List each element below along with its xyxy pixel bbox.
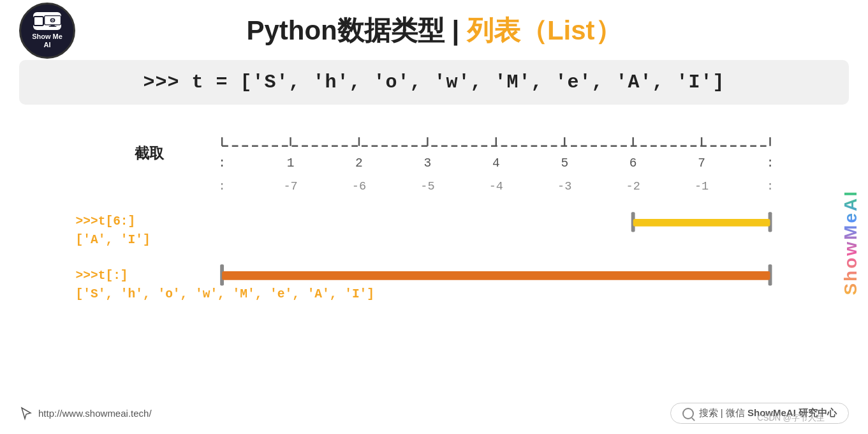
svg-text:>>>t[:]: >>>t[:] (76, 269, 128, 283)
logo: Show MeAI (19, 3, 75, 59)
svg-text:7: 7 (698, 156, 705, 170)
footer: http://www.showmeai.tech/ 搜索 | 微信 ShowMe… (19, 403, 849, 424)
svg-text:2: 2 (355, 156, 363, 170)
watermark: ShowMeAI (833, 51, 868, 434)
watermark-text: ShowMeAI (841, 190, 861, 296)
diagram-area: 截取 : 1 2 3 4 5 6 7 : (19, 117, 849, 322)
svg-text:['A', 'I']: ['A', 'I'] (76, 233, 151, 247)
svg-text::: : (218, 156, 226, 170)
diagram-svg: 截取 : 1 2 3 4 5 6 7 : (38, 117, 811, 322)
svg-text:6: 6 (629, 156, 637, 170)
code-block: >>> t = ['S', 'h', 'o', 'w', 'M', 'e', '… (19, 60, 849, 105)
main-container: Show MeAI Python数据类型 | 列表（List） >>> t = … (0, 0, 868, 434)
svg-text:-7: -7 (283, 180, 297, 193)
svg-text:-1: -1 (695, 180, 709, 193)
svg-text:>>>t[6:]: >>>t[6:] (76, 214, 136, 228)
page-title-part2: 列表（List） (467, 15, 622, 45)
svg-rect-4 (50, 25, 54, 26)
page-title: Python数据类型 | 列表（List） (246, 13, 621, 49)
bar1-fill (633, 219, 770, 227)
svg-text:-5: -5 (420, 180, 434, 193)
svg-text:-4: -4 (489, 180, 503, 193)
svg-point-3 (52, 20, 53, 21)
url-text: http://www.showmeai.tech/ (38, 408, 152, 419)
svg-rect-5 (49, 26, 57, 27)
svg-text::: : (219, 180, 226, 193)
diagram-label: 截取 (135, 145, 165, 161)
svg-text:3: 3 (424, 156, 432, 170)
csdn-label: CSDN @字节人生 (757, 412, 825, 424)
search-icon (682, 408, 694, 419)
logo-icon (33, 12, 61, 30)
bar2-fill (222, 271, 770, 280)
svg-text::: : (767, 156, 774, 170)
logo-text: Show MeAI (32, 33, 63, 49)
svg-text:-2: -2 (626, 180, 640, 193)
svg-text::: : (767, 180, 774, 193)
svg-text:1: 1 (287, 156, 295, 170)
svg-text:4: 4 (492, 156, 500, 170)
svg-text:['S', 'h', 'o', 'w', 'M', 'e',: ['S', 'h', 'o', 'w', 'M', 'e', 'A', 'I'] (76, 287, 374, 301)
header: Show MeAI Python数据类型 | 列表（List） (19, 13, 849, 49)
code-text: >>> t = ['S', 'h', 'o', 'w', 'M', 'e', '… (143, 71, 725, 93)
page-title-part1: Python数据类型 | (246, 15, 466, 45)
svg-text:-3: -3 (557, 180, 571, 193)
svg-text:5: 5 (561, 156, 568, 170)
cursor-icon (19, 407, 33, 421)
footer-url: http://www.showmeai.tech/ (19, 407, 152, 421)
svg-text:-6: -6 (352, 180, 366, 193)
